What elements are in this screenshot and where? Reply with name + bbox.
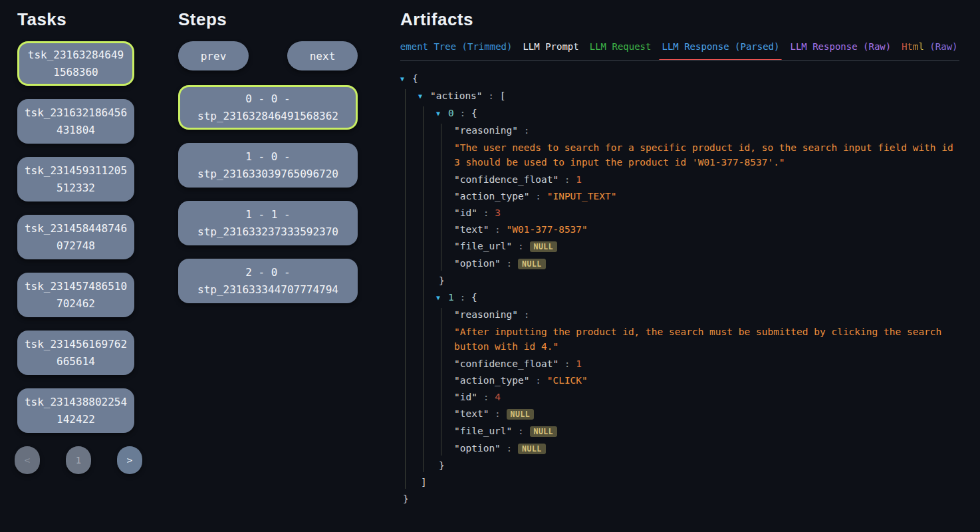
json-line: "action_type" : "CLICK"	[454, 374, 959, 387]
step-item-2[interactable]: 1 - 1 - stp_231633237333592370	[178, 201, 358, 245]
json-line: "text" : "W01-377-8537"	[454, 223, 959, 236]
tab-html-raw-label-raw-text: (Raw)	[929, 41, 957, 52]
app-root: Tasks tsk_23163284649 1568360 tsk_231632…	[0, 0, 980, 532]
tab-html-raw[interactable]: Html (Raw)	[902, 41, 957, 60]
json-children-group: ▼0 : {"reasoning" : "The user needs to s…	[423, 106, 959, 472]
json-key: "text"	[454, 408, 489, 419]
step-label-line1: 0 - 0 -	[245, 90, 290, 108]
json-col: :	[489, 224, 506, 235]
tasks-panel: Tasks tsk_23163284649 1568360 tsk_231632…	[17, 9, 134, 532]
json-col: :	[501, 258, 518, 269]
json-col: :	[530, 375, 547, 386]
tasks-pagination: < 1 >	[15, 446, 142, 474]
task-id-line2: 702462	[57, 295, 95, 313]
step-nav: prev next	[178, 41, 358, 70]
pagination-prev-button[interactable]: <	[15, 446, 40, 474]
json-line: "file_url" : NULL	[454, 239, 959, 253]
task-item-5[interactable]: tsk_231456169762 665614	[17, 331, 134, 375]
artifacts-title: Artifacts	[400, 9, 959, 30]
tab-element-tree-trimmed[interactable]: Element Tree (Trimmed)	[400, 41, 512, 60]
json-line: "option" : NULL	[454, 257, 959, 271]
json-key: "reasoning"	[454, 125, 518, 136]
json-key: "confidence_float"	[454, 358, 558, 369]
json-line: "text" : NULL	[454, 407, 959, 421]
json-key: "actions"	[430, 90, 483, 101]
json-col: :	[512, 426, 529, 436]
json-col: :	[518, 125, 535, 136]
json-null-badge: NULL	[530, 426, 558, 437]
json-line: "option" : NULL	[454, 442, 959, 456]
task-item-2[interactable]: tsk_231459311205 512332	[17, 157, 134, 201]
json-null-badge: NULL	[530, 241, 558, 252]
task-item-3[interactable]: tsk_231458448746 072748	[17, 215, 134, 259]
step-item-0[interactable]: 0 - 0 - stp_231632846491568362	[178, 85, 358, 130]
tab-llm-response-parsed[interactable]: LLM Response (Parsed)	[662, 41, 779, 60]
json-null-badge: NULL	[507, 409, 535, 420]
step-label-line2: stp_231632846491568362	[197, 108, 338, 125]
pagination-page-1-button[interactable]: 1	[66, 446, 91, 474]
task-id-line1: tsk_231632186456	[25, 104, 127, 122]
collapse-arrow-icon[interactable]: ▼	[418, 90, 430, 103]
tab-llm-response-raw[interactable]: LLM Response (Raw)	[790, 41, 891, 60]
json-null-badge: NULL	[518, 259, 546, 269]
task-id-line1: tsk_23163284649	[28, 47, 124, 64]
json-line: "reasoning" :	[454, 308, 959, 321]
json-line: ▼1 : {	[436, 291, 959, 305]
task-id-line1: tsk_231438802254	[25, 394, 127, 411]
step-label-line2: stp_231633344707774794	[197, 281, 338, 299]
pagination-next-button[interactable]: >	[117, 446, 142, 474]
step-label-line1: 2 - 0 -	[245, 264, 290, 281]
json-key: "text"	[454, 224, 489, 235]
json-children-group: "reasoning" : "The user needs to search …	[441, 124, 959, 271]
json-line: "file_url" : NULL	[454, 424, 959, 438]
json-key: "file_url"	[454, 426, 512, 436]
json-string-value: "W01-377-8537"	[507, 224, 588, 235]
steps-title: Steps	[178, 9, 358, 30]
json-line: "confidence_float" : 1	[454, 357, 959, 370]
step-item-3[interactable]: 2 - 0 - stp_231633344707774794	[178, 259, 358, 303]
json-col: :	[558, 358, 576, 369]
task-id-line2: 512332	[57, 180, 95, 197]
tab-llm-prompt[interactable]: LLM Prompt	[523, 41, 578, 60]
tab-llm-request[interactable]: LLM Request	[590, 41, 652, 60]
json-children-group: "reasoning" : "After inputting the produ…	[441, 308, 959, 456]
json-key: "action_type"	[454, 191, 530, 201]
task-id-line1: tsk_231458448746	[25, 220, 127, 237]
task-id-line2: 072748	[57, 237, 95, 255]
task-id-line1: tsk_231459311205	[25, 162, 127, 180]
step-prev-button[interactable]: prev	[178, 41, 249, 70]
task-item-0[interactable]: tsk_23163284649 1568360	[17, 41, 134, 86]
json-array-index: 0	[448, 108, 454, 118]
json-punc: ]	[421, 477, 427, 487]
json-punc: {	[471, 292, 477, 303]
json-array-index: 1	[448, 292, 454, 303]
step-item-1[interactable]: 1 - 0 - stp_231633039765096720	[178, 143, 358, 188]
json-line: ▼0 : {	[436, 106, 959, 120]
collapse-arrow-icon[interactable]: ▼	[436, 291, 448, 305]
task-item-6[interactable]: tsk_231438802254 142422	[17, 388, 134, 433]
task-item-4[interactable]: tsk_231457486510 702462	[17, 273, 134, 317]
json-key: "reasoning"	[454, 309, 518, 320]
json-line: "id" : 3	[454, 206, 959, 219]
task-id-line1: tsk_231456169762	[25, 336, 127, 353]
json-punc: }	[403, 493, 409, 504]
json-key: "option"	[454, 443, 501, 454]
steps-panel: Steps prev next 0 - 0 - stp_231632846491…	[178, 9, 358, 532]
step-next-button[interactable]: next	[287, 41, 358, 70]
json-punc: {	[471, 108, 477, 118]
json-key: "option"	[454, 258, 501, 269]
task-item-1[interactable]: tsk_231632186456 431804	[17, 99, 134, 144]
json-string-value: "The user needs to search for a specific…	[454, 140, 959, 170]
json-col: :	[454, 108, 471, 118]
json-punc: }	[439, 460, 445, 471]
task-id-line2: 431804	[57, 122, 95, 139]
json-response-viewer: ▼{▼"actions" : [▼0 : {"reasoning" : "The…	[400, 72, 959, 505]
json-line: }	[436, 274, 959, 287]
collapse-arrow-icon[interactable]: ▼	[436, 107, 448, 120]
json-line: "action_type" : "INPUT_TEXT"	[454, 190, 959, 203]
task-id-line2: 1568360	[53, 64, 98, 81]
tab-html-raw-label-html: Html	[902, 41, 924, 52]
json-line: "confidence_float" : 1	[454, 173, 959, 186]
collapse-arrow-icon[interactable]: ▼	[400, 72, 412, 86]
json-key: "id"	[454, 207, 477, 218]
